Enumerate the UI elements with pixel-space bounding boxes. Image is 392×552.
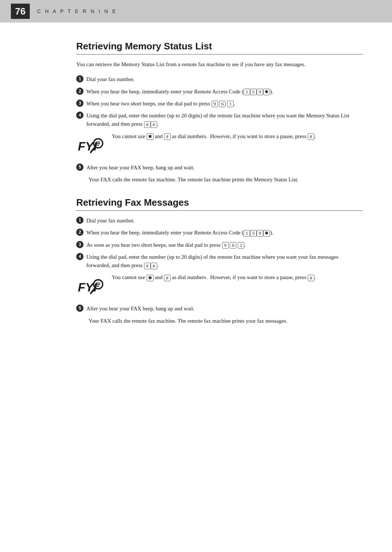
- s2-step-1: 1 Dial your fax number.: [76, 217, 363, 225]
- s2-step4-text: Using the dial pad, enter the number (up…: [86, 253, 363, 270]
- s2-step-4: 4 Using the dial pad, enter the number (…: [76, 253, 363, 270]
- key-hash-fyi: #: [164, 133, 171, 140]
- s2-step-5: 5 After you hear your FAX beep, hang up …: [76, 305, 363, 313]
- section2-steps: 1 Dial your fax number. 2 When you hear …: [76, 217, 363, 270]
- chapter-label: C H A P T E R N I N E: [37, 8, 117, 14]
- s2-key-6a: 6: [230, 242, 236, 249]
- s2-key-1: 1: [244, 230, 250, 237]
- fyi-block-1: FYI You cannot use ✱ and # as dial numbe…: [76, 132, 363, 160]
- section1-title: Retrieving Memory Status List: [76, 41, 363, 52]
- s2-step-3: 3 As soon as you hear two short beeps, u…: [76, 241, 363, 249]
- s2-step1-number: 1: [76, 217, 83, 224]
- fyi-block-2: FYI You cannot use ✱ and # as dial numbe…: [76, 273, 363, 301]
- section2-step5: 5 After you hear your FAX beep, hang up …: [76, 305, 363, 313]
- section1-steps: 1 Dial your fax number. 2 When you hear …: [76, 75, 363, 128]
- s2-key-hash-fyi: #: [164, 275, 171, 281]
- s2-key-9: 9: [257, 230, 263, 237]
- key-6a: 6: [219, 101, 226, 107]
- s2-step5-text: After you hear your FAX beep, hang up an…: [86, 305, 363, 313]
- step-2: 2 When you hear the beep, immediately en…: [76, 88, 363, 96]
- key-9a: 9: [212, 101, 218, 107]
- section1-divider: [76, 54, 363, 55]
- step4-number: 4: [76, 112, 83, 119]
- step2-text: When you hear the beep, immediately ente…: [86, 88, 363, 96]
- page-number: 76: [11, 4, 30, 19]
- s2-step-2: 2 When you hear the beep, immediately en…: [76, 229, 363, 237]
- fyi-icon-2: FYI: [76, 274, 105, 301]
- fyi2-text: You cannot use ✱ and # as dial numbers. …: [112, 273, 316, 282]
- key-star: ✱: [263, 89, 270, 95]
- section1-step5-note: Your FAX calls the remote fax machine. T…: [89, 176, 363, 184]
- s2-key-hash2: #: [151, 263, 157, 269]
- key-9: 9: [257, 89, 263, 95]
- step3-number: 3: [76, 100, 83, 107]
- s2-step3-text: As soon as you hear two short beeps, use…: [86, 241, 363, 249]
- step-3: 3 When you hear two short beeps, use the…: [76, 100, 363, 108]
- fyi-icon-1: FYI: [76, 133, 105, 160]
- s2-step3-number: 3: [76, 241, 83, 248]
- s2-key-hash1: #: [144, 263, 151, 269]
- fyi1-text: You cannot use ✱ and # as dial numbers. …: [112, 132, 316, 141]
- s2-key-9a: 9: [222, 242, 229, 249]
- s2-step5-number: 5: [76, 305, 83, 312]
- s2-key-2a: 2: [238, 242, 244, 249]
- page: 76 C H A P T E R N I N E Retrieving Memo…: [0, 0, 392, 552]
- section2-title: Retrieving Fax Messages: [76, 197, 363, 208]
- step5-text: After you hear your FAX beep, hang up an…: [86, 164, 363, 172]
- header-bar: 76 C H A P T E R N I N E: [0, 0, 392, 23]
- s2-step2-number: 2: [76, 229, 83, 236]
- step-5: 5 After you hear your FAX beep, hang up …: [76, 164, 363, 172]
- step1-number: 1: [76, 75, 83, 82]
- key-hash-pause: #: [308, 133, 314, 140]
- s2-key-star: ✱: [263, 230, 270, 237]
- key-star-fyi: ✱: [147, 133, 154, 140]
- s2-key-hash-pause: #: [308, 275, 314, 281]
- main-content: Retrieving Memory Status List You can re…: [0, 23, 392, 351]
- key-1: 1: [244, 89, 250, 95]
- key-1a: 1: [227, 101, 234, 107]
- section-fax-messages: Retrieving Fax Messages 1 Dial your fax …: [76, 197, 363, 325]
- section-memory-status: Retrieving Memory Status List You can re…: [76, 41, 363, 184]
- key-hash1: #: [144, 121, 151, 128]
- step1-text: Dial your fax number.: [86, 75, 363, 84]
- key-hash2: #: [151, 121, 157, 128]
- step-4: 4 Using the dial pad, enter the number (…: [76, 112, 363, 129]
- section1-step5: 5 After you hear your FAX beep, hang up …: [76, 164, 363, 172]
- s2-key-star-fyi: ✱: [147, 275, 154, 281]
- step2-number: 2: [76, 88, 83, 95]
- step4-text: Using the dial pad, enter the number (up…: [86, 112, 363, 129]
- section2-step5-note: Your FAX calls the remote fax machine. T…: [89, 317, 363, 325]
- s2-step4-number: 4: [76, 253, 83, 260]
- s2-step1-text: Dial your fax number.: [86, 217, 363, 225]
- step-1: 1 Dial your fax number.: [76, 75, 363, 84]
- s2-step2-text: When you hear the beep, immediately ente…: [86, 229, 363, 237]
- step3-text: When you hear two short beeps, use the d…: [86, 100, 363, 108]
- step5-number: 5: [76, 164, 83, 171]
- section1-intro: You can retrieve the Memory Status List …: [76, 60, 363, 69]
- s2-key-5: 5: [250, 230, 257, 237]
- section2-divider: [76, 210, 363, 211]
- key-5: 5: [250, 89, 257, 95]
